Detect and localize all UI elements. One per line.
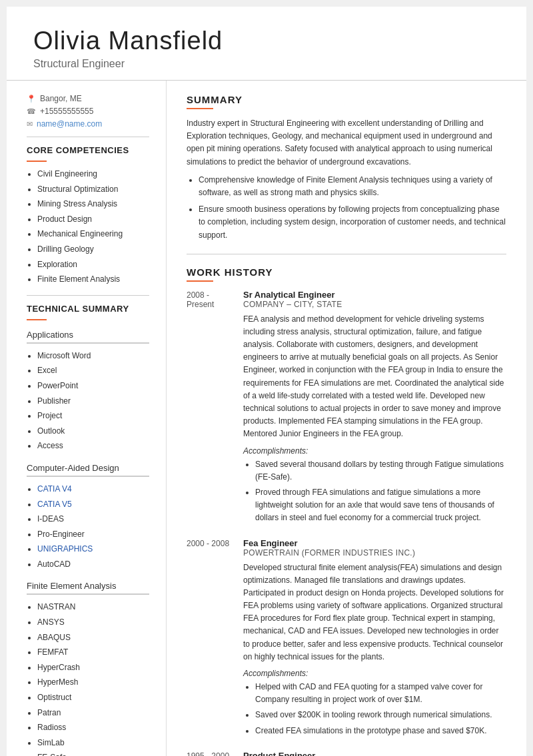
core-competencies-underline	[27, 161, 47, 162]
list-item: Structural Optimization	[37, 183, 149, 197]
cad-list: CATIA V4 CATIA V5 I-DEAS Pro-Engineer UN…	[27, 482, 149, 572]
list-item: UNIGRAPHICS	[37, 542, 149, 557]
list-item: Mechanical Engineering	[37, 227, 149, 242]
summary-underline	[187, 108, 213, 109]
list-item: Pro-Engineer	[37, 528, 149, 542]
contact-phone: ☎ +15555555555	[27, 107, 149, 116]
list-item: Finite Element Analysis	[37, 272, 149, 287]
list-item: I-DEAS	[37, 512, 149, 527]
section-separator-1	[187, 254, 506, 254]
list-item: CATIA V4	[37, 482, 149, 497]
header-section: Olivia Mansfield Structural Engineer	[7, 7, 526, 81]
list-item: CATIA V5	[37, 498, 149, 512]
list-item: Microsoft Word	[37, 349, 149, 364]
accomplishment-item: Proved through FEA simulations and fatig…	[255, 486, 506, 525]
body-section: 📍 Bangor, ME ☎ +15555555555 ✉ name@name.…	[7, 81, 526, 756]
list-item: Project	[37, 409, 149, 424]
job-description-2: Developed structural finite element anal…	[243, 562, 506, 664]
accomplishments-label-1: Accomplishments:	[243, 446, 506, 456]
cad-bar	[27, 476, 149, 477]
list-item: SimLab	[37, 736, 149, 751]
fea-bar	[27, 593, 149, 595]
list-item: Drilling Geology	[37, 242, 149, 257]
work-entry-1: 2008 -Present Sr Analytical Engineer COM…	[187, 290, 506, 528]
applications-subtitle: Applications	[27, 330, 149, 340]
work-date-1: 2008 -Present	[187, 290, 243, 528]
sidebar-divider-1	[27, 137, 149, 137]
list-item: Patran	[37, 706, 149, 721]
fea-list: NASTRAN ANSYS ABAQUS FEMFAT HyperCrash H…	[27, 600, 149, 756]
candidate-name: Olivia Mansfield	[33, 27, 500, 55]
cad-subtitle: Computer-Aided Design	[27, 463, 149, 473]
list-item: Excel	[37, 364, 149, 378]
list-item: Product Design	[37, 212, 149, 227]
summary-bullets: Comprehensive knowledge of Finite Elemen…	[187, 174, 506, 242]
main-content: SUMMARY Industry expert in Structural En…	[167, 81, 526, 756]
list-item: Publisher	[37, 394, 149, 409]
work-history-underline	[187, 280, 213, 282]
list-item: ABAQUS	[37, 631, 149, 645]
accomplishment-item: Created FEA simulations in the prototype…	[255, 725, 506, 737]
technical-summary-underline	[27, 319, 47, 320]
technical-summary-title: TECHNICAL SUMMARY	[27, 304, 149, 314]
list-item: AutoCAD	[37, 558, 149, 572]
work-entry-2: 2000 - 2008 Fea Engineer POWERTRAIN (FOR…	[187, 538, 506, 740]
list-item: Outlook	[37, 424, 149, 439]
competencies-list: Civil Engineering Structural Optimizatio…	[27, 167, 149, 287]
fea-subtitle: Finite Element Analysis	[27, 581, 149, 591]
email-icon: ✉	[27, 120, 33, 129]
list-item: Access	[37, 439, 149, 454]
job-title-2: Fea Engineer	[243, 538, 506, 548]
applications-bar	[27, 342, 149, 344]
list-item: Mining Stress Analysis	[37, 197, 149, 212]
accomplishment-item: Saved several thousand dollars by testin…	[255, 458, 506, 484]
list-item: Civil Engineering	[37, 167, 149, 182]
list-item: HyperMesh	[37, 675, 149, 690]
list-item: FEMFAT	[37, 645, 149, 660]
candidate-title: Structural Engineer	[33, 58, 500, 70]
list-item: NASTRAN	[37, 600, 149, 615]
work-detail-1: Sr Analytical Engineer COMPANY – CITY, S…	[243, 290, 506, 528]
accomplishments-list-1: Saved several thousand dollars by testin…	[243, 458, 506, 525]
sidebar: 📍 Bangor, ME ☎ +15555555555 ✉ name@name.…	[7, 81, 167, 756]
job-description-1: FEA analysis and method development for …	[243, 313, 506, 441]
work-history-title: WORK HISTORY	[187, 266, 506, 278]
job-title-3: Product Engineer	[243, 751, 506, 756]
list-item: Optistruct	[37, 691, 149, 705]
list-item: Exploration	[37, 258, 149, 272]
applications-list: Microsoft Word Excel PowerPoint Publishe…	[27, 349, 149, 454]
list-item: PowerPoint	[37, 379, 149, 394]
accomplishment-item: Helped with CAD and FEA quoting for a st…	[255, 681, 506, 706]
contact-email[interactable]: ✉ name@name.com	[27, 119, 149, 129]
sidebar-divider-2	[27, 295, 149, 296]
summary-paragraph: Industry expert in Structural Engineerin…	[187, 117, 506, 169]
work-entry-3: 1995 - 2000 Product Engineer	[187, 751, 506, 756]
list-item: ANSYS	[37, 615, 149, 630]
summary-title: SUMMARY	[187, 94, 506, 105]
work-detail-2: Fea Engineer POWERTRAIN (FORMER INDUSTRI…	[243, 538, 506, 740]
resume-container: Olivia Mansfield Structural Engineer 📍 B…	[7, 7, 526, 756]
work-date-3: 1995 - 2000	[187, 751, 243, 756]
job-title-1: Sr Analytical Engineer	[243, 290, 506, 300]
list-item: FE-Safe	[37, 751, 149, 756]
summary-bullet-1: Comprehensive knowledge of Finite Elemen…	[199, 174, 506, 199]
work-date-2: 2000 - 2008	[187, 538, 243, 740]
job-company-1: COMPANY – CITY, STATE	[243, 300, 506, 309]
summary-bullet-2: Ensure smooth business operations by fol…	[199, 203, 506, 242]
accomplishment-item: Saved over $200K in tooling rework throu…	[255, 709, 506, 721]
list-item: HyperCrash	[37, 661, 149, 675]
location-icon: 📍	[27, 95, 36, 103]
list-item: Radioss	[37, 721, 149, 735]
contact-location: 📍 Bangor, ME	[27, 94, 149, 103]
accomplishments-label-2: Accomplishments:	[243, 669, 506, 678]
job-company-2: POWERTRAIN (FORMER INDUSTRIES INC.)	[243, 548, 506, 558]
work-detail-3: Product Engineer	[243, 751, 506, 756]
core-competencies-title: CORE COMPETENCIES	[27, 145, 149, 155]
accomplishments-list-2: Helped with CAD and FEA quoting for a st…	[243, 681, 506, 737]
phone-icon: ☎	[27, 107, 36, 116]
